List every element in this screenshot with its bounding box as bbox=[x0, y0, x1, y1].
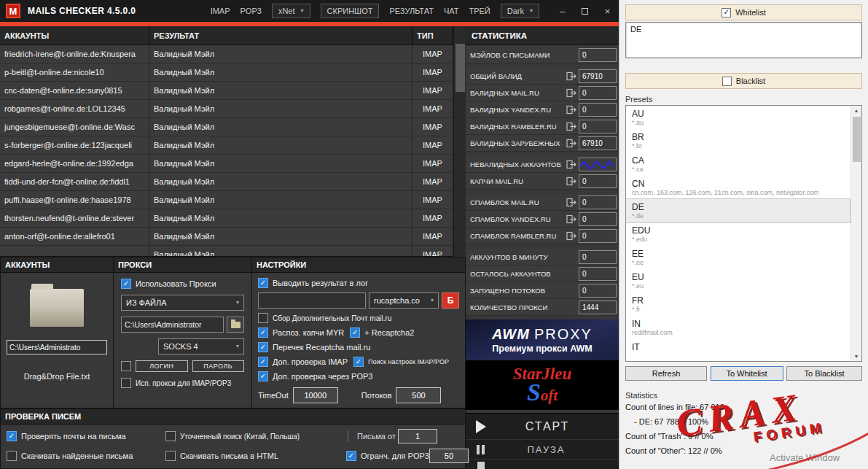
timeout-input[interactable] bbox=[293, 387, 338, 403]
proxy-source-dropdown[interactable]: ИЗ ФАЙЛА ▾ bbox=[121, 295, 244, 311]
table-row[interactable]: puffi.haase@t-online.de:haase1978 Валидн… bbox=[0, 191, 453, 209]
table-row[interactable]: thorsten.neufend@t-online.de:stever Вали… bbox=[0, 209, 453, 228]
preset-item[interactable]: IT bbox=[626, 339, 850, 354]
table-row[interactable]: friedrich-irene@t-online.de:Knuspera Вал… bbox=[0, 45, 453, 63]
collect-mailru-checkbox[interactable] bbox=[258, 313, 268, 323]
results-scrollbar[interactable] bbox=[453, 26, 466, 257]
theme-dropdown[interactable]: Dark ▾ bbox=[501, 4, 539, 18]
browse-proxy-button[interactable] bbox=[227, 317, 244, 333]
proxy-path-field[interactable] bbox=[121, 317, 224, 333]
preset-item[interactable]: CN cn.com, 163.com, 126.com, 21cn.com, s… bbox=[626, 176, 850, 199]
pop3-limit-checkbox[interactable] bbox=[346, 451, 356, 461]
type-cell: IMAP bbox=[413, 191, 453, 209]
recognize-captcha-checkbox[interactable] bbox=[258, 327, 268, 338]
extra-imap-checkbox[interactable] bbox=[258, 357, 268, 367]
export-arrow-icon[interactable] bbox=[564, 105, 579, 115]
check-letters-checkbox[interactable] bbox=[7, 431, 17, 441]
stop-button[interactable] bbox=[466, 459, 619, 469]
preset-item[interactable]: EE *.ee bbox=[626, 246, 850, 269]
export-arrow-icon[interactable] bbox=[564, 160, 579, 169]
preset-item[interactable]: EU *.eu bbox=[626, 269, 850, 292]
column-header-result[interactable]: РЕЗУЛЬТАТ bbox=[149, 26, 413, 44]
captcha-service-dropdown[interactable]: rucaptcha.co ▾ bbox=[369, 292, 439, 309]
captcha-key-input[interactable] bbox=[258, 292, 366, 309]
download-html-checkbox[interactable] bbox=[165, 451, 176, 461]
to-whitelist-button[interactable]: To Whitelist bbox=[711, 366, 783, 381]
table-row-partial[interactable]: Валидный Мэйл IMAP bbox=[0, 246, 453, 257]
letters-from-input[interactable] bbox=[398, 429, 437, 443]
table-row[interactable]: jungesbigemuese@t-online.de:Wasc Валидны… bbox=[0, 118, 453, 136]
menu-chat[interactable]: ЧАТ bbox=[444, 7, 459, 15]
download-letters-checkbox[interactable] bbox=[7, 451, 17, 461]
threads-input[interactable] bbox=[396, 387, 441, 403]
preset-item[interactable]: EDU *.edu bbox=[626, 222, 850, 246]
whitelist-checkbox[interactable] bbox=[722, 8, 731, 18]
scroll-down-icon[interactable]: ▼ bbox=[854, 352, 859, 361]
table-row[interactable]: edgard-herle@t-online.de:1992edga Валидн… bbox=[0, 155, 453, 173]
proxy-type-dropdown[interactable]: SOCKS 4 ▾ bbox=[158, 338, 244, 354]
table-row[interactable]: anton-orf@t-online.de:allefro01 Валидный… bbox=[0, 228, 453, 246]
chevron-down-icon: ▾ bbox=[431, 298, 434, 303]
maximize-button[interactable] bbox=[574, 0, 596, 22]
export-arrow-icon[interactable] bbox=[564, 177, 579, 186]
preset-item[interactable]: BR *.br bbox=[626, 129, 850, 152]
awm-proxy-banner[interactable]: AWMPROXY Премиум прокси AWM bbox=[466, 319, 619, 360]
column-header-accounts[interactable]: АККАУНТЫ bbox=[0, 26, 149, 44]
scroll-up-icon[interactable]: ▲ bbox=[854, 106, 859, 115]
close-button[interactable]: × bbox=[596, 0, 619, 22]
scrollbar-thumb[interactable] bbox=[455, 44, 465, 92]
log-output-checkbox[interactable] bbox=[258, 278, 268, 288]
start-button[interactable]: СТАРТ bbox=[466, 413, 619, 439]
proxy-auth-checkbox[interactable] bbox=[121, 361, 131, 371]
search-settings-checkbox[interactable] bbox=[353, 357, 364, 367]
pop3-limit-input[interactable] bbox=[429, 449, 469, 463]
whitelist-textarea[interactable]: DE bbox=[625, 22, 862, 58]
preset-item[interactable]: CA *.ca bbox=[626, 152, 850, 176]
proxy-for-imap-checkbox[interactable] bbox=[121, 378, 131, 388]
export-arrow-icon[interactable] bbox=[564, 122, 579, 131]
preset-item[interactable]: DE *.de bbox=[626, 199, 850, 222]
scrollbar-thumb[interactable] bbox=[853, 117, 861, 162]
menu-result[interactable]: РЕЗУЛЬТАТ bbox=[389, 7, 433, 15]
refresh-button[interactable]: Refresh bbox=[625, 366, 707, 381]
preset-item[interactable]: AU *.au bbox=[626, 106, 850, 129]
table-row[interactable]: p-beitl@t-online.de:nicole10 Валидный Мэ… bbox=[0, 63, 453, 82]
accounts-path-field[interactable] bbox=[7, 340, 107, 354]
table-row[interactable]: fiddl-und-der-fcn@t-online.de:fiddl1 Вал… bbox=[0, 173, 453, 191]
folder-icon[interactable] bbox=[30, 289, 84, 327]
preset-item[interactable]: IN rediffmail.com bbox=[626, 316, 850, 339]
export-arrow-icon[interactable] bbox=[564, 71, 579, 81]
use-proxy-checkbox[interactable] bbox=[121, 279, 131, 289]
table-row[interactable]: s-forberger@t-online.de:123jacqueli Вали… bbox=[0, 136, 453, 155]
export-arrow-icon[interactable] bbox=[564, 198, 579, 207]
minimize-button[interactable]: – bbox=[551, 0, 574, 22]
stat-row: ОБЩИЙ ВАЛИД 67910 bbox=[466, 68, 619, 85]
export-arrow-icon[interactable] bbox=[564, 214, 579, 224]
pause-button[interactable]: ПАУЗА bbox=[466, 439, 619, 459]
stat-label: СПАМБЛОК RAMBLER.RU bbox=[470, 232, 564, 240]
balance-button[interactable]: Б bbox=[442, 292, 459, 309]
menu-imap[interactable]: IMAP bbox=[211, 7, 230, 15]
recaptcha2-checkbox[interactable] bbox=[350, 327, 360, 338]
blacklist-checkbox[interactable] bbox=[722, 77, 732, 86]
preset-item[interactable]: FR *.fr bbox=[626, 292, 850, 316]
export-arrow-icon[interactable] bbox=[564, 88, 579, 98]
extra-pop3-checkbox[interactable] bbox=[258, 371, 268, 381]
table-row[interactable]: cnc-daten@t-online.de:suny0815 Валидный … bbox=[0, 82, 453, 100]
recheck-recaptcha-checkbox[interactable] bbox=[258, 342, 268, 352]
export-arrow-icon[interactable] bbox=[564, 139, 579, 148]
proxy-password-field[interactable]: ПАРОЛЬ bbox=[192, 360, 245, 372]
refined-search-checkbox[interactable] bbox=[165, 431, 176, 441]
menu-tray[interactable]: ТРЕЙ bbox=[469, 7, 490, 15]
menu-pop3[interactable]: POP3 bbox=[241, 7, 262, 15]
to-blacklist-button[interactable]: To Blacklist bbox=[786, 366, 862, 381]
xnet-dropdown[interactable]: xNet ▾ bbox=[272, 4, 310, 18]
dragdrop-hint: Drag&Drop File.txt bbox=[1, 372, 113, 381]
screenshot-button[interactable]: СКРИНШОТ bbox=[321, 4, 380, 18]
table-row[interactable]: robgames@t-online.de:LOL12345 Валидный М… bbox=[0, 100, 453, 118]
proxy-login-field[interactable]: ЛОГИН bbox=[136, 360, 188, 372]
column-header-type[interactable]: ТИП bbox=[413, 26, 453, 44]
export-arrow-icon[interactable] bbox=[564, 231, 579, 241]
result-cell: Валидный Мэйл bbox=[149, 246, 413, 257]
presets-scrollbar[interactable]: ▲ ▼ bbox=[851, 106, 861, 361]
